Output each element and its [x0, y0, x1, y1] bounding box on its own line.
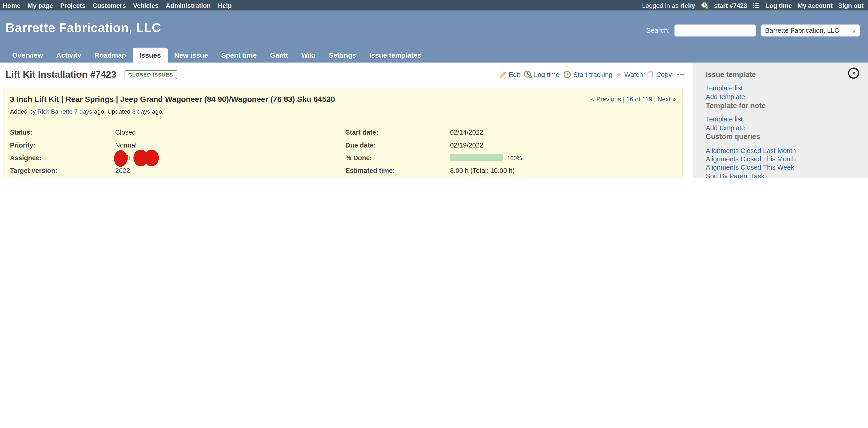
clock-icon: [563, 70, 571, 79]
issue-template-heading: Issue template: [706, 70, 859, 79]
tab-issues[interactable]: Issues: [133, 48, 167, 63]
attributes-left-column: Status:Closed Priority:Normal Assignee: …: [10, 127, 345, 178]
assignee-value: h: [115, 154, 345, 165]
redaction-blob: [144, 150, 159, 166]
top-menu-administration[interactable]: Administration: [166, 2, 211, 8]
more-actions-button[interactable]: •••: [677, 72, 685, 78]
top-menu-customers[interactable]: Customers: [93, 2, 126, 8]
clock-plus-icon: [523, 70, 532, 79]
top-menu-my-page[interactable]: My page: [28, 2, 53, 8]
due-date-label: Due date:: [345, 141, 450, 152]
top-menu-bar: Home My page Projects Customers Vehicles…: [0, 0, 868, 10]
custom-query-link[interactable]: Alignments Closed This Month: [706, 155, 796, 164]
pencil-icon: [499, 71, 506, 79]
done-label: % Done:: [345, 154, 450, 165]
progress-bar-done: [450, 154, 503, 161]
added-ago-link[interactable]: 7 days: [74, 108, 92, 115]
tab-activity[interactable]: Activity: [50, 49, 88, 63]
start-date-label: Start date:: [345, 129, 450, 140]
search-label: Search:: [646, 27, 670, 34]
edit-button[interactable]: Edit: [499, 71, 520, 79]
main-tabbar: Overview Activity Roadmap Issues New iss…: [0, 46, 868, 63]
page: Home My page Projects Customers Vehicles…: [0, 0, 868, 178]
issue-byline: Added by Rick Barrette 7 days ago. Updat…: [10, 108, 676, 115]
issue-attributes: Status:Closed Priority:Normal Assignee: …: [10, 127, 676, 178]
status-label: Status:: [10, 129, 115, 140]
copy-button[interactable]: Copy: [646, 71, 672, 79]
status-badge: CLOSED ISSUES: [124, 70, 177, 79]
custom-query-link[interactable]: Sort By Parent Task: [706, 172, 765, 178]
copy-icon: [646, 71, 654, 79]
priority-label: Priority:: [10, 141, 115, 152]
tab-settings[interactable]: Settings: [322, 49, 363, 63]
sidebar: × Issue template Template list Add templ…: [692, 63, 868, 178]
custom-query-link[interactable]: Alignments Closed Last Month: [706, 147, 796, 155]
start-date-value: 02/14/2022: [450, 129, 676, 140]
logged-in-label: Logged in as ricky: [642, 2, 695, 8]
custom-query-link[interactable]: Alignments Closed This Week: [706, 164, 794, 172]
watch-button[interactable]: ★ Watch: [616, 70, 643, 79]
due-date-value: 02/19/2022: [450, 141, 676, 152]
tab-new-issue[interactable]: New issue: [167, 49, 215, 63]
done-value: 100%: [450, 154, 676, 165]
target-version-link[interactable]: 2022: [115, 167, 130, 175]
tab-roadmap[interactable]: Roadmap: [88, 49, 133, 63]
status-value: Closed: [115, 129, 345, 140]
template-list-link[interactable]: Template list: [706, 84, 859, 93]
tab-wiki[interactable]: Wiki: [295, 49, 322, 63]
close-icon[interactable]: ×: [848, 67, 859, 79]
start-tracking-button[interactable]: Start tracking: [563, 70, 613, 79]
tab-gantt[interactable]: Gantt: [264, 49, 295, 63]
estimated-time-label: Estimated time:: [345, 167, 450, 178]
tab-issue-templates[interactable]: Issue templates: [363, 49, 428, 63]
target-version-label: Target version:: [10, 167, 115, 178]
search-input[interactable]: [674, 24, 756, 37]
updated-ago-link[interactable]: 3 days: [132, 108, 150, 115]
main-content: Lift Kit Installation #7423 CLOSED ISSUE…: [0, 63, 692, 178]
page-title: Lift Kit Installation #7423: [5, 69, 117, 80]
log-time-link[interactable]: Log time: [766, 2, 792, 8]
project-header: Barrette Fabrication, LLC Search: Barret…: [0, 10, 868, 46]
my-account-link[interactable]: My account: [798, 2, 833, 8]
tab-spent-time[interactable]: Spent time: [215, 49, 263, 63]
custom-queries-heading: Custom queries: [706, 133, 859, 141]
timer-list-icon[interactable]: [753, 2, 760, 9]
custom-queries-list: Alignments Closed Last Month Alignments …: [706, 147, 859, 178]
start-timer-link[interactable]: start #7423: [714, 2, 747, 8]
tab-overview[interactable]: Overview: [5, 49, 50, 63]
log-time-button[interactable]: Log time: [523, 70, 559, 79]
attributes-right-column: Start date:02/14/2022 Due date:02/19/202…: [345, 127, 676, 178]
note-template-list-link[interactable]: Template list: [706, 115, 859, 124]
issue-actions: Edit Log time Start tracking ★ Watch Cop…: [499, 70, 685, 79]
author-link[interactable]: Rick Barrette: [37, 108, 72, 115]
timer-clock-icon[interactable]: [701, 1, 708, 9]
issue-subject: 3 Inch Lift Kit | Rear Springs | Jeep Gr…: [10, 95, 676, 104]
note-add-template-link[interactable]: Add template: [706, 124, 859, 132]
template-for-note-heading: Template for note: [706, 102, 859, 110]
pagination-position: 16 of 119: [626, 96, 652, 103]
top-menu: Home My page Projects Customers Vehicles…: [0, 2, 231, 8]
username: ricky: [680, 2, 695, 8]
project-jump-select[interactable]: Barrette Fabrication, LLC ∨: [761, 24, 860, 37]
sign-out-link[interactable]: Sign out: [838, 2, 864, 8]
chevron-down-icon: ∨: [851, 27, 856, 33]
assignee-label: Assignee:: [10, 154, 115, 165]
header-search-area: Search: Barrette Fabrication, LLC ∨: [646, 24, 860, 37]
previous-link[interactable]: « Previous: [591, 96, 621, 103]
top-menu-vehicles[interactable]: Vehicles: [133, 2, 159, 8]
star-icon: ★: [616, 70, 622, 79]
project-title: Barrette Fabrication, LLC: [5, 21, 161, 35]
estimated-time-value: 8.00 h (Total: 10.00 h): [450, 167, 676, 178]
top-menu-home[interactable]: Home: [3, 2, 21, 8]
progress-percent: 100%: [507, 155, 522, 161]
issue-details-box: 3 Inch Lift Kit | Rear Springs | Jeep Gr…: [3, 89, 683, 178]
top-menu-projects[interactable]: Projects: [60, 2, 86, 8]
redaction-blob: [114, 150, 127, 167]
issue-title-row: Lift Kit Installation #7423 CLOSED ISSUE…: [5, 69, 685, 83]
next-link[interactable]: Next »: [657, 96, 676, 103]
top-account-area: Logged in as ricky start #7423 Log time …: [642, 1, 868, 9]
project-select-value: Barrette Fabrication, LLC: [765, 27, 839, 34]
add-template-link[interactable]: Add template: [706, 93, 859, 102]
issue-pagination: « Previous | 16 of 119 | Next »: [591, 96, 676, 103]
top-menu-help[interactable]: Help: [218, 2, 231, 8]
